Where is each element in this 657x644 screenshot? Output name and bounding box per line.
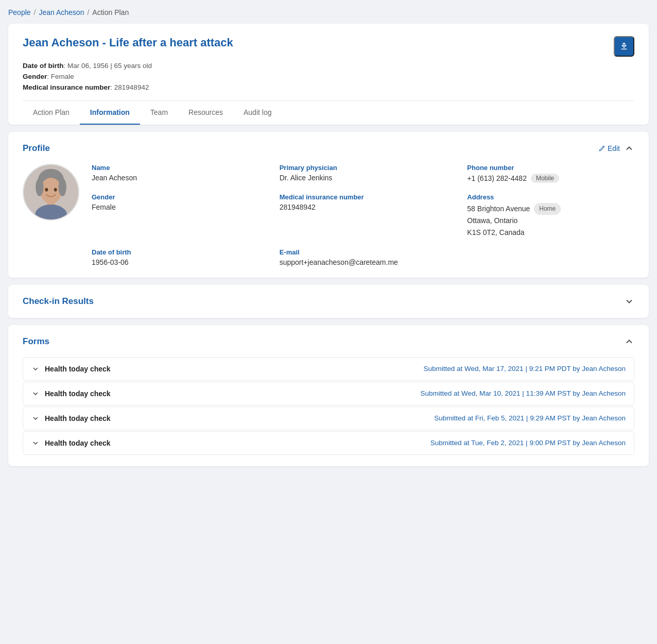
svg-point-2 [40, 178, 62, 204]
breadcrumb-sep-2: / [87, 8, 89, 16]
insurance-meta: Medical insurance number: 281948942 [23, 83, 634, 91]
dob-meta: Date of birth: Mar 06, 1956 | 65 years o… [23, 62, 634, 70]
svg-point-4 [58, 178, 66, 196]
forms-list: Health today check Submitted at Wed, Mar… [23, 357, 634, 455]
chevron-down-icon [31, 439, 40, 447]
avatar [23, 164, 79, 221]
chevron-down-icon [31, 389, 40, 398]
forms-title: Forms [23, 336, 49, 347]
download-button[interactable] [614, 36, 634, 57]
form-label: Health today check [45, 389, 111, 398]
breadcrumb-people[interactable]: People [8, 8, 31, 16]
chevron-down-icon [31, 365, 40, 373]
profile-card: Profile Edit [8, 132, 649, 278]
svg-point-8 [54, 188, 57, 192]
form-submitted: Submitted at Tue, Feb 2, 2021 | 9:00 PM … [430, 439, 626, 447]
field-physician: Primary physician Dr. Alice Jenkins [280, 164, 447, 183]
field-insurance: Medical insurance number 281948942 [280, 193, 447, 238]
form-label: Health today check [45, 414, 111, 422]
forms-card: Forms Health today check Submitted at We… [8, 325, 649, 466]
tab-nav: Action Plan Information Team Resources A… [23, 100, 634, 125]
breadcrumb: People / Jean Acheson / Action Plan [8, 8, 649, 16]
profile-title: Profile [23, 143, 50, 154]
form-label: Health today check [45, 439, 111, 447]
tab-action-plan[interactable]: Action Plan [23, 101, 80, 125]
gender-meta: Gender: Female [23, 73, 634, 80]
phone-badge: Mobile [531, 174, 559, 183]
form-submitted: Submitted at Wed, Mar 17, 2021 | 9:21 PM… [424, 365, 626, 372]
address-badge: Home [534, 203, 561, 215]
breadcrumb-current: Action Plan [92, 8, 129, 16]
tab-team[interactable]: Team [140, 101, 178, 125]
tab-resources[interactable]: Resources [178, 101, 233, 125]
checkin-card: Check-in Results [8, 285, 649, 318]
breadcrumb-sep-1: / [34, 8, 36, 16]
svg-point-7 [45, 188, 48, 192]
form-row[interactable]: Health today check Submitted at Wed, Mar… [23, 357, 634, 381]
profile-collapse-icon[interactable] [624, 143, 634, 154]
svg-point-3 [36, 178, 43, 196]
field-phone: Phone number +1 (613) 282-4482 Mobile [467, 164, 634, 183]
checkin-header[interactable]: Check-in Results [8, 285, 649, 318]
form-submitted: Submitted at Fri, Feb 5, 2021 | 9:29 AM … [434, 414, 626, 422]
form-submitted: Submitted at Wed, Mar 10, 2021 | 11:39 A… [421, 389, 626, 397]
form-row[interactable]: Health today check Submitted at Wed, Mar… [23, 382, 634, 405]
header-card: Jean Acheson - Life after a heart attack… [8, 24, 649, 125]
field-address: Address 58 Brighton Avenue Home Ottawa, … [467, 193, 634, 238]
edit-button[interactable]: Edit [598, 144, 620, 152]
form-label: Health today check [45, 365, 111, 373]
checkin-title: Check-in Results [23, 296, 94, 307]
field-name: Name Jean Acheson [92, 164, 259, 183]
profile-fields: Name Jean Acheson Primary physician Dr. … [92, 164, 634, 266]
tab-audit-log[interactable]: Audit log [233, 101, 282, 125]
chevron-down-icon [31, 414, 40, 422]
patient-title: Jean Acheson - Life after a heart attack [23, 36, 233, 49]
field-dob: Date of birth 1956-03-06 [92, 248, 259, 266]
form-row[interactable]: Health today check Submitted at Fri, Feb… [23, 406, 634, 430]
tab-information[interactable]: Information [80, 101, 140, 125]
breadcrumb-jean[interactable]: Jean Acheson [39, 8, 84, 16]
forms-collapse-icon[interactable] [624, 336, 634, 347]
field-email: E-mail support+jeanacheson@careteam.me [280, 248, 447, 266]
field-gender: Gender Female [92, 193, 259, 238]
form-row[interactable]: Health today check Submitted at Tue, Feb… [23, 431, 634, 455]
checkin-expand-icon[interactable] [624, 296, 634, 307]
